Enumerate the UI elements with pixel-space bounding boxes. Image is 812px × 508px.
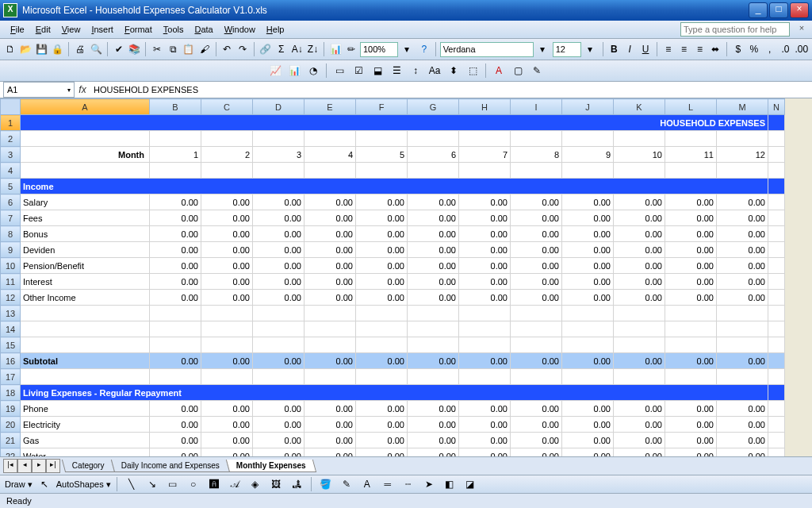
italic-icon[interactable]: I [622,40,637,58]
cell[interactable]: 0.00 [614,274,665,290]
cell[interactable]: 0.00 [253,401,304,417]
column-header[interactable]: C [201,99,253,115]
cell[interactable] [614,337,665,353]
cell[interactable] [717,163,768,179]
cell[interactable]: HOUSEHOLD EXPENSES [21,115,768,131]
row-header[interactable]: 6 [1,194,21,210]
spell-icon[interactable]: ✔ [112,40,126,58]
row-header[interactable]: 1 [1,115,21,131]
cell[interactable] [150,369,201,385]
cell[interactable] [408,306,459,321]
cell[interactable]: 0.00 [356,417,408,433]
cell[interactable]: Month [21,147,150,163]
cell[interactable] [665,369,717,385]
cell[interactable]: 0.00 [511,353,562,369]
cell[interactable]: 0.00 [665,194,717,210]
checkbox-control-icon[interactable]: ☑ [350,62,367,79]
cell[interactable]: 0.00 [511,194,562,210]
print-icon[interactable]: 🖨 [73,40,87,58]
cell[interactable] [356,337,408,353]
cell[interactable]: 0.00 [304,448,356,457]
cell[interactable] [562,306,614,321]
cell[interactable] [459,163,511,179]
cell[interactable]: 0.00 [253,290,304,306]
align-center-icon[interactable]: ≡ [677,40,691,58]
format-painter-icon[interactable]: 🖌 [197,40,212,58]
combo-control-icon[interactable]: ⬓ [369,62,386,79]
dec-decimal-icon[interactable]: .00 [794,40,809,58]
cell[interactable]: 0.00 [253,210,304,226]
cell[interactable]: 0.00 [511,448,562,457]
cell[interactable]: 0.00 [459,210,511,226]
cell[interactable]: Bonus [21,226,150,242]
arrow-style-icon[interactable]: ➤ [420,475,438,493]
cell[interactable]: 0.00 [304,210,356,226]
cell[interactable]: Living Expenses - Regular Repayment [21,385,768,401]
cell[interactable] [768,115,785,131]
cell[interactable] [717,321,768,337]
cell[interactable] [614,321,665,337]
cell[interactable] [408,369,459,385]
cell[interactable]: 6 [408,147,459,163]
cell[interactable]: 0.00 [717,433,768,448]
save-icon[interactable]: 💾 [35,40,49,58]
cell[interactable]: 0.00 [511,417,562,433]
line-style-icon[interactable]: ═ [379,475,396,493]
tab-next-icon[interactable]: ▸ [32,459,46,473]
cell[interactable]: 0.00 [562,353,614,369]
chart-icon[interactable]: 📊 [328,40,343,58]
cell[interactable]: 0.00 [356,290,408,306]
chart-area-icon[interactable]: 📈 [266,62,284,79]
cell[interactable] [511,306,562,321]
cell[interactable] [304,306,356,321]
cell[interactable] [356,321,408,337]
cell[interactable]: 0.00 [150,258,201,274]
cell[interactable]: 0.00 [201,194,253,210]
arrow-icon[interactable]: ↘ [144,475,161,493]
cell[interactable]: 0.00 [459,433,511,448]
cell[interactable]: 0.00 [614,210,665,226]
cell[interactable]: 0.00 [665,258,717,274]
cell[interactable] [459,369,511,385]
cell[interactable]: 0.00 [717,417,768,433]
cell[interactable]: 0.00 [665,401,717,417]
column-header[interactable]: F [356,99,408,115]
cell[interactable] [150,306,201,321]
cell[interactable]: 0.00 [356,448,408,457]
cell[interactable]: 0.00 [356,210,408,226]
three-d-icon[interactable]: ◪ [462,475,479,493]
cell[interactable] [356,131,408,147]
cell[interactable] [304,369,356,385]
cell[interactable]: 11 [665,147,717,163]
column-header[interactable]: B [150,99,201,115]
row-header[interactable]: 21 [1,433,21,448]
font-color-draw-icon[interactable]: A [358,475,376,493]
cell[interactable] [768,242,785,258]
cell[interactable]: 0.00 [459,353,511,369]
cell[interactable] [562,337,614,353]
cell[interactable]: 0.00 [201,258,253,274]
chart-bar-icon[interactable]: 📊 [285,62,303,79]
cell[interactable] [408,337,459,353]
dropdown-icon[interactable]: ▾ [581,40,599,58]
cell[interactable] [717,131,768,147]
cell[interactable]: 0.00 [614,242,665,258]
column-header[interactable]: E [304,99,356,115]
cell[interactable]: 1 [150,147,201,163]
cell[interactable] [201,337,253,353]
cell[interactable]: 0.00 [717,258,768,274]
cell[interactable] [253,163,304,179]
cell[interactable] [562,131,614,147]
spinner-control-icon[interactable]: ↕ [407,62,424,79]
cell[interactable]: 0.00 [717,401,768,417]
cell[interactable]: 0.00 [459,194,511,210]
cell[interactable]: 0.00 [356,226,408,242]
cell[interactable]: 0.00 [408,258,459,274]
cell[interactable]: 0.00 [459,242,511,258]
cell[interactable]: 0.00 [201,242,253,258]
menu-file[interactable]: File [5,23,30,36]
cell[interactable]: 0.00 [150,448,201,457]
fx-icon[interactable]: fx [75,84,90,95]
cell[interactable]: 0.00 [717,194,768,210]
cell[interactable] [562,369,614,385]
